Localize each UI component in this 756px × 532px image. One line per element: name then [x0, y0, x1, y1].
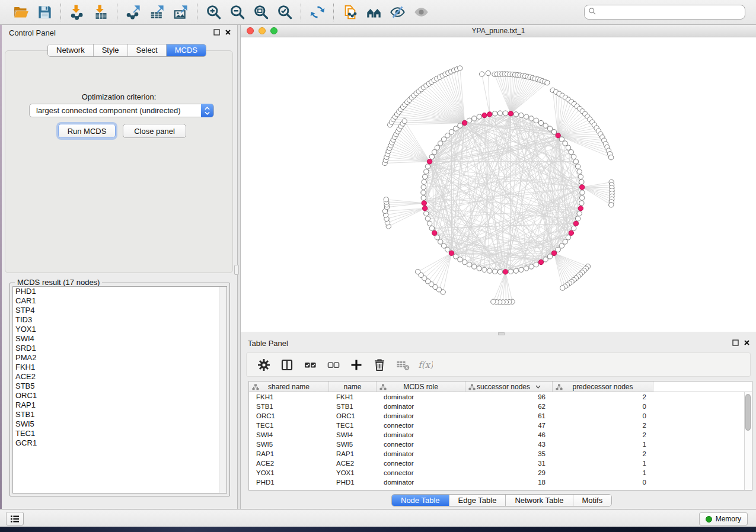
network-node[interactable] — [438, 239, 443, 244]
zoom-window-button[interactable] — [270, 27, 277, 34]
cell-name[interactable]: PHD1 — [329, 479, 377, 486]
network-node[interactable] — [445, 133, 450, 138]
network-node[interactable] — [422, 180, 426, 184]
cell-MCDS-role[interactable]: connector — [377, 460, 465, 467]
tab-motifs[interactable]: Motifs — [573, 495, 612, 506]
network-node[interactable] — [563, 239, 567, 244]
network-node[interactable] — [513, 268, 518, 273]
cell-predecessor-nodes[interactable]: 1 — [553, 460, 653, 467]
network-node[interactable] — [421, 196, 426, 200]
network-node[interactable] — [563, 141, 567, 146]
table-row[interactable]: TEC1TEC1connector472 — [249, 421, 752, 430]
mcds-result-item[interactable]: PHD1 — [13, 287, 227, 296]
mcds-result-item[interactable]: STP4 — [13, 306, 227, 315]
mcds-node[interactable] — [427, 159, 432, 164]
network-node[interactable] — [441, 137, 446, 142]
mcds-result-item[interactable]: SRD1 — [13, 344, 227, 353]
tab-node-table[interactable]: Node Table — [392, 495, 449, 506]
network-node[interactable] — [577, 211, 582, 216]
network-node[interactable] — [424, 169, 429, 174]
cell-name[interactable]: SWI5 — [329, 441, 377, 448]
network-node[interactable] — [566, 235, 570, 240]
table-row[interactable]: SWI4SWI4dominator462 — [249, 430, 752, 440]
cell-MCDS-role[interactable]: dominator — [377, 431, 465, 438]
network-node[interactable] — [427, 221, 432, 226]
network-node[interactable] — [429, 226, 434, 230]
cell-successor-nodes[interactable]: 18 — [465, 479, 553, 486]
cell-shared-name[interactable]: ACE2 — [249, 460, 329, 467]
mcds-node[interactable] — [580, 185, 585, 190]
network-node[interactable] — [425, 216, 430, 221]
network-node[interactable] — [543, 123, 548, 128]
cell-successor-nodes[interactable]: 43 — [465, 441, 553, 448]
zoom-out-icon[interactable] — [227, 3, 247, 22]
mcds-node[interactable] — [449, 251, 454, 255]
cell-shared-name[interactable]: SWI4 — [249, 431, 329, 438]
mcds-result-item[interactable]: SWI5 — [13, 419, 227, 429]
cell-name[interactable]: FKH1 — [329, 393, 377, 400]
network-node[interactable] — [551, 130, 556, 134]
close-panel-icon[interactable] — [225, 28, 231, 37]
network-node[interactable] — [491, 299, 496, 304]
cell-name[interactable]: SWI4 — [329, 431, 377, 438]
cell-successor-nodes[interactable]: 35 — [465, 450, 553, 457]
search-box[interactable] — [584, 5, 745, 20]
save-session-icon[interactable] — [34, 3, 55, 22]
mcds-result-item[interactable]: TID3 — [13, 315, 227, 325]
network-node[interactable] — [547, 126, 552, 131]
tab-edge-table[interactable]: Edge Table — [449, 495, 506, 506]
network-node[interactable] — [575, 164, 580, 169]
network-node[interactable] — [580, 196, 585, 200]
mcds-result-item[interactable]: GCR1 — [13, 438, 227, 448]
refresh-icon[interactable] — [307, 3, 327, 22]
mcds-node[interactable] — [578, 206, 583, 211]
cell-shared-name[interactable]: YOX1 — [249, 469, 329, 476]
cell-name[interactable]: TEC1 — [329, 422, 377, 429]
network-node[interactable] — [508, 269, 513, 274]
network-node[interactable] — [571, 154, 576, 159]
network-node[interactable] — [578, 174, 583, 179]
cell-predecessor-nodes[interactable]: 1 — [553, 469, 653, 476]
network-node[interactable] — [453, 254, 458, 259]
tab-style[interactable]: Style — [94, 44, 128, 56]
clone-network-icon[interactable] — [340, 3, 360, 22]
network-node[interactable] — [492, 111, 497, 116]
mcds-result-item[interactable]: STB5 — [13, 382, 227, 391]
export-network-icon[interactable] — [123, 3, 143, 22]
cell-MCDS-role[interactable]: connector — [377, 422, 465, 429]
network-node[interactable] — [529, 264, 534, 269]
network-node[interactable] — [472, 116, 477, 121]
network-node[interactable] — [547, 254, 552, 259]
tab-network-table[interactable]: Network Table — [506, 495, 573, 506]
mcds-node[interactable] — [573, 221, 578, 226]
mcds-result-item[interactable]: TEC1 — [13, 429, 227, 438]
network-node[interactable] — [458, 66, 462, 70]
mcds-node[interactable] — [462, 120, 467, 125]
network-node[interactable] — [566, 145, 570, 150]
deselect-all-icon[interactable] — [324, 356, 342, 374]
cell-predecessor-nodes[interactable]: 0 — [553, 403, 653, 410]
mcds-list-scrollbar[interactable] — [219, 287, 227, 493]
table-row[interactable]: PHD1PHD1dominator180 — [249, 477, 752, 487]
mcds-result-item[interactable]: STB1 — [13, 410, 227, 419]
open-file-icon[interactable] — [11, 3, 31, 22]
network-node[interactable] — [529, 116, 534, 121]
network-node[interactable] — [467, 262, 471, 267]
float-panel-icon[interactable] — [213, 28, 220, 37]
network-node[interactable] — [575, 216, 580, 221]
cell-successor-nodes[interactable]: 61 — [465, 412, 553, 419]
mcds-result-item[interactable]: CAR1 — [13, 296, 227, 306]
network-node[interactable] — [538, 120, 543, 125]
close-panel-button[interactable]: Close panel — [123, 124, 186, 138]
mcds-result-item[interactable]: PMA2 — [13, 353, 227, 363]
close-window-button[interactable] — [247, 27, 254, 34]
network-node[interactable] — [423, 174, 428, 179]
cell-shared-name[interactable]: FKH1 — [249, 393, 329, 400]
network-node[interactable] — [416, 270, 420, 274]
network-node[interactable] — [421, 185, 426, 190]
memory-button[interactable]: Memory — [699, 512, 748, 525]
network-node[interactable] — [519, 267, 524, 272]
network-node[interactable] — [534, 262, 538, 267]
cell-MCDS-role[interactable]: dominator — [377, 412, 465, 419]
cell-MCDS-role[interactable]: dominator — [377, 450, 465, 457]
